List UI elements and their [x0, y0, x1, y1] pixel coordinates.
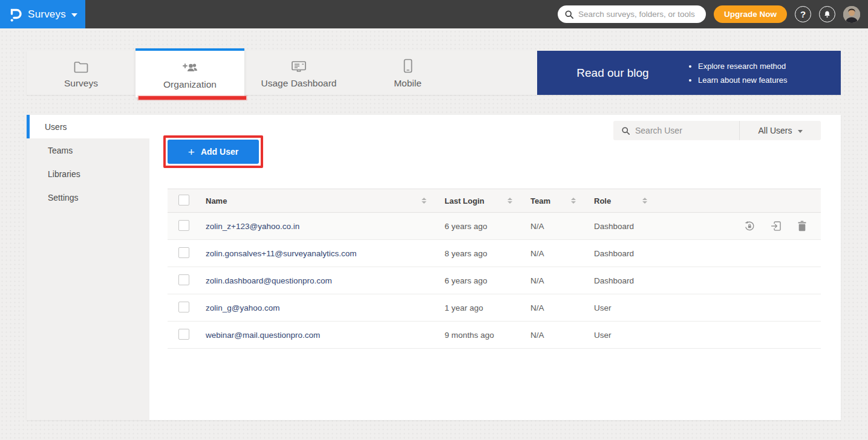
sort-icon[interactable]: [642, 198, 647, 204]
sidebar-item-label: Settings: [48, 193, 79, 202]
all-users-dropdown-label: All Users: [758, 126, 792, 135]
users-table-header: Name Last Login Team Role: [168, 189, 821, 213]
upgrade-now-button[interactable]: Upgrade Now: [714, 5, 787, 23]
team-cell: N/A: [521, 249, 584, 258]
table-row: zolin_g@yahoo.com 1 year ago N/A User: [168, 294, 821, 322]
sort-icon[interactable]: [571, 198, 576, 204]
sidebar-item-settings[interactable]: Settings: [27, 186, 149, 209]
role-cell: Dashboard: [584, 222, 656, 231]
sidebar-item-teams[interactable]: Teams: [27, 138, 149, 162]
all-users-dropdown[interactable]: All Users: [739, 121, 821, 140]
table-row: zolin.dashboard@questionpro.com 6 years …: [168, 267, 821, 294]
global-search-input[interactable]: [578, 10, 699, 19]
column-header-name: Name: [206, 196, 227, 205]
tab-surveys[interactable]: Surveys: [27, 51, 135, 95]
role-cell: User: [584, 331, 656, 340]
search-icon: [622, 127, 630, 135]
row-checkbox[interactable]: [178, 247, 189, 258]
column-header-role: Role: [594, 196, 611, 205]
read-blog-banner[interactable]: Read our blog Explore research method Le…: [537, 51, 841, 95]
tab-mobile[interactable]: Mobile: [353, 51, 462, 95]
table-row: zolin.gonsalves+11@surveyanalytics.com 8…: [168, 240, 821, 267]
tab-label: Mobile: [394, 78, 422, 89]
user-email-link[interactable]: zolin_z+123@yahoo.co.in: [206, 222, 299, 231]
notifications-bell-icon[interactable]: [819, 6, 835, 22]
team-cell: N/A: [521, 303, 584, 312]
login-as-user-icon[interactable]: [770, 220, 782, 232]
organization-sidebar: Users Teams Libraries Settings: [27, 115, 149, 420]
user-search: [613, 121, 739, 140]
row-checkbox[interactable]: [178, 220, 189, 231]
role-cell: User: [584, 303, 656, 312]
last-login-cell: 1 year ago: [435, 303, 521, 312]
tab-strip-filler: [462, 51, 537, 95]
reset-password-icon[interactable]: [743, 220, 755, 232]
add-user-button[interactable]: + Add User: [168, 140, 259, 164]
last-login-cell: 6 years ago: [435, 222, 521, 231]
tab-usage-dashboard[interactable]: Usage Dashboard: [244, 51, 353, 95]
delete-icon[interactable]: [797, 220, 808, 232]
product-menu-label: Surveys: [28, 8, 66, 21]
table-row: webinar@mail.questionpro.com 9 months ag…: [168, 322, 821, 349]
sidebar-item-users[interactable]: Users: [27, 115, 149, 138]
last-login-cell: 6 years ago: [435, 276, 521, 285]
tab-organization[interactable]: Organization: [135, 48, 244, 97]
blog-banner-bullets: Explore research method Learn about new …: [688, 59, 841, 87]
blog-bullet: Learn about new features: [698, 73, 827, 87]
top-bar: Surveys Upgrade Now ?: [0, 0, 868, 28]
row-checkbox[interactable]: [178, 274, 189, 285]
global-search: [558, 5, 706, 23]
blog-bullet: Explore research method: [698, 59, 827, 73]
blog-banner-title: Read our blog: [537, 66, 688, 80]
sidebar-item-label: Users: [45, 122, 67, 132]
sort-icon[interactable]: [422, 198, 426, 204]
chevron-down-icon: [798, 130, 803, 133]
users-table-body: zolin_z+123@yahoo.co.in 6 years ago N/A …: [168, 213, 821, 349]
chevron-down-icon: [71, 13, 77, 17]
role-cell: Dashboard: [584, 276, 656, 285]
user-email-link[interactable]: zolin_g@yahoo.com: [206, 303, 280, 312]
users-content: All Users + Add User Name Last Login: [149, 115, 841, 420]
sidebar-item-label: Libraries: [48, 169, 80, 179]
user-avatar[interactable]: [843, 6, 860, 23]
select-all-checkbox[interactable]: [178, 195, 189, 205]
sidebar-item-label: Teams: [48, 146, 73, 155]
row-checkbox[interactable]: [178, 329, 189, 340]
product-menu[interactable]: Surveys: [0, 0, 85, 28]
plus-icon: +: [188, 146, 195, 158]
annotation-box-add-user: + Add User: [163, 135, 263, 168]
add-people-icon: [181, 59, 198, 74]
users-table: Name Last Login Team Role: [168, 189, 821, 349]
column-header-team: Team: [530, 196, 550, 205]
dashboard-icon: [291, 57, 307, 73]
annotation-underline-organization: [139, 96, 246, 100]
user-filter-bar: All Users: [613, 121, 821, 140]
row-checkbox[interactable]: [178, 302, 189, 312]
tab-label: Usage Dashboard: [261, 78, 337, 89]
team-cell: N/A: [521, 276, 584, 285]
sidebar-item-libraries[interactable]: Libraries: [27, 162, 149, 186]
sort-icon[interactable]: [507, 198, 512, 204]
user-email-link[interactable]: zolin.gonsalves+11@surveyanalytics.com: [206, 249, 356, 258]
folder-icon: [74, 57, 88, 73]
user-email-link[interactable]: zolin.dashboard@questionpro.com: [206, 276, 332, 285]
last-login-cell: 9 months ago: [435, 331, 521, 340]
tab-label: Organization: [163, 79, 217, 90]
mobile-icon: [403, 57, 413, 73]
questionpro-logo-icon: [8, 6, 22, 23]
last-login-cell: 8 years ago: [435, 249, 521, 258]
help-icon[interactable]: ?: [795, 6, 811, 22]
team-cell: N/A: [521, 222, 584, 231]
column-header-last-login: Last Login: [445, 196, 485, 205]
search-icon: [565, 10, 573, 19]
search-user-input[interactable]: [635, 126, 731, 135]
table-row: zolin_z+123@yahoo.co.in 6 years ago N/A …: [168, 213, 821, 240]
team-cell: N/A: [521, 331, 584, 340]
user-email-link[interactable]: webinar@mail.questionpro.com: [206, 331, 320, 340]
row-actions: [656, 220, 821, 232]
add-user-button-label: Add User: [201, 147, 238, 157]
tab-label: Surveys: [64, 78, 98, 89]
role-cell: Dashboard: [584, 249, 656, 258]
organization-panel: Users Teams Libraries Settings All Users…: [27, 115, 841, 420]
module-tab-strip: Surveys Organization Usage Dashboard: [27, 51, 841, 95]
